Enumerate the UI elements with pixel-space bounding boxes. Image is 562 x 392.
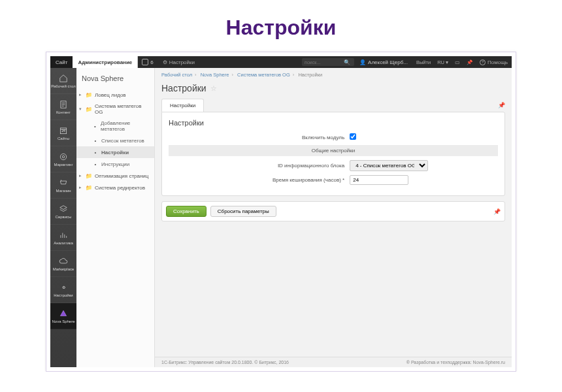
module-tree-panel: Nova Sphere ▸📁Ловец лидов ▾📁Система мета… <box>76 68 155 367</box>
topbar-settings-label: Настройки <box>169 59 195 65</box>
chevron-right-icon: ▸ <box>79 185 82 190</box>
tree-og-instructions[interactable]: •Инструкции <box>76 158 154 170</box>
main-area: Рабочий стол› Nova Sphere› Система метат… <box>155 68 512 367</box>
topbar: Сайт Администрирование 6 ⚙ Настройки 🔍 👤… <box>50 56 512 68</box>
tree-redirects[interactable]: ▸📁Система редиректов <box>76 182 154 193</box>
row-cache: Время кеширования (часов) * <box>169 175 498 185</box>
user-icon: 👤 <box>359 59 366 65</box>
footer-credits: ® Разработка и техподдержка: Nova-Sphere… <box>406 360 505 365</box>
crumb-desktop[interactable]: Рабочий стол <box>161 72 192 78</box>
search-input[interactable] <box>305 60 344 65</box>
cache-input[interactable] <box>350 175 408 185</box>
left-iconbar: Рабочий стол Контент 24Сайты Маркетинг М… <box>50 68 76 367</box>
leftbar-shop[interactable]: Магазин <box>50 172 76 199</box>
actions-bar: Сохранить Сбросить параметры 📌 <box>161 201 505 221</box>
dot-icon: • <box>92 161 99 167</box>
folder-icon: 📁 <box>86 91 92 98</box>
panel-title: Настройки <box>169 119 498 127</box>
tab-settings[interactable]: Настройки <box>161 99 204 112</box>
logo-icon <box>59 309 68 318</box>
chevron-right-icon: ▸ <box>79 173 82 178</box>
outer-page-title: Настройки <box>0 0 562 52</box>
crumb-og[interactable]: Система метатегов OG <box>237 72 290 78</box>
svg-point-2 <box>60 154 66 159</box>
leftbar-marketplace[interactable]: Marketplace <box>50 251 76 277</box>
favorite-star-icon[interactable]: ☆ <box>210 84 217 93</box>
dot-icon: • <box>92 137 99 144</box>
topbar-settings-link[interactable]: ⚙ Настройки <box>157 56 200 68</box>
leftbar-sites[interactable]: 24Сайты <box>50 120 76 146</box>
gear-icon: ⚙ <box>59 283 68 292</box>
breadcrumb: Рабочий стол› Nova Sphere› Система метат… <box>155 68 512 82</box>
updates-icon <box>142 59 148 65</box>
crumb-settings: Настройки <box>298 72 322 78</box>
folder-icon: 📁 <box>86 172 92 179</box>
gear-icon: ⚙ <box>163 59 167 65</box>
page-heading-row: Настройки ☆ <box>155 82 512 99</box>
enable-checkbox[interactable] <box>350 133 356 140</box>
iblock-select[interactable]: 4 - Список метатегов OG <box>350 160 428 171</box>
updates-count: 6 <box>150 59 153 65</box>
search-icon: 🔍 <box>344 59 350 65</box>
cart-icon <box>59 178 68 188</box>
page-title: Настройки <box>161 83 207 93</box>
iblock-label: ID информационного блока <box>169 163 350 169</box>
leftbar-desktop[interactable]: Рабочий стол <box>50 68 76 94</box>
chevron-down-icon: ▾ <box>79 106 82 112</box>
doc-icon <box>59 100 68 109</box>
settings-panel: Настройки Включить модуль Общие настройк… <box>161 112 505 196</box>
row-enable-module: Включить модуль <box>169 133 498 141</box>
topbar-icon-b[interactable]: 📌 <box>463 59 476 65</box>
pin-icon[interactable]: 📌 <box>498 99 505 108</box>
cloud-icon <box>59 257 68 266</box>
leftbar-analytics[interactable]: Аналитика <box>50 225 76 251</box>
tree-og-settings[interactable]: •Настройки <box>76 146 154 158</box>
save-button[interactable]: Сохранить <box>166 206 207 217</box>
tree-og-add[interactable]: •Добавление метатегов <box>76 118 154 135</box>
leftbar-settings[interactable]: ⚙Настройки <box>50 277 76 303</box>
tree-lead-catcher[interactable]: ▸📁Ловец лидов <box>76 89 154 101</box>
topbar-lang[interactable]: RU ▾ <box>434 59 452 65</box>
leftbar-content[interactable]: Контент <box>50 94 76 120</box>
folder-icon: 📁 <box>86 184 92 191</box>
help-label: Помощь <box>488 59 508 65</box>
topbar-logout[interactable]: Выйти <box>413 59 434 65</box>
folder-icon: 📁 <box>86 106 92 112</box>
topbar-help[interactable]: ? Помощь <box>476 59 512 65</box>
app-window: Сайт Администрирование 6 ⚙ Настройки 🔍 👤… <box>50 56 512 367</box>
leftbar-services[interactable]: Сервисы <box>50 199 76 225</box>
tabs-bar: Настройки 📌 <box>155 99 512 112</box>
home-icon <box>59 74 68 83</box>
brand-title: Nova Sphere <box>76 68 154 89</box>
screenshot-frame: Сайт Администрирование 6 ⚙ Настройки 🔍 👤… <box>46 52 516 372</box>
module-tree: ▸📁Ловец лидов ▾📁Система метатегов OG •До… <box>76 89 154 193</box>
leftbar-marketing[interactable]: Маркетинг <box>50 146 76 172</box>
topbar-user[interactable]: 👤 Алексей Щерб... <box>354 59 413 65</box>
calendar-icon: 24 <box>59 126 68 135</box>
topbar-admin-tab[interactable]: Администрирование <box>73 56 138 68</box>
stack-icon <box>59 204 68 214</box>
chevron-right-icon: ▸ <box>79 92 82 97</box>
tree-page-optim[interactable]: ▸📁Оптимизация страниц <box>76 170 154 182</box>
app-body: Рабочий стол Контент 24Сайты Маркетинг М… <box>50 68 512 367</box>
footer-version: 1С-Битрикс: Управление сайтом 20.0.1800.… <box>161 360 289 365</box>
topbar-updates[interactable]: 6 <box>138 56 157 68</box>
reset-button[interactable]: Сбросить параметры <box>210 206 276 217</box>
crumb-novasphere[interactable]: Nova Sphere <box>201 72 229 78</box>
row-iblock: ID информационного блока 4 - Список мета… <box>169 160 498 171</box>
leftbar-novasphere[interactable]: Nova Sphere <box>50 303 76 329</box>
topbar-icon-a[interactable]: ▭ <box>452 59 463 65</box>
dot-icon: • <box>92 123 98 129</box>
section-common: Общие настройки <box>169 145 498 156</box>
footer: 1С-Битрикс: Управление сайтом 20.0.1800.… <box>155 357 512 367</box>
tree-og-list[interactable]: •Список метатегов <box>76 135 154 146</box>
target-icon <box>59 152 68 161</box>
svg-point-3 <box>62 155 65 158</box>
cache-label: Время кеширования (часов) * <box>169 177 350 183</box>
topbar-site-tab[interactable]: Сайт <box>50 56 73 68</box>
tree-og-system[interactable]: ▾📁Система метатегов OG <box>76 101 154 118</box>
help-icon: ? <box>480 59 486 65</box>
topbar-search[interactable]: 🔍 <box>302 58 354 66</box>
pin-icon[interactable]: 📌 <box>493 208 501 215</box>
enable-label: Включить модуль <box>169 135 350 140</box>
